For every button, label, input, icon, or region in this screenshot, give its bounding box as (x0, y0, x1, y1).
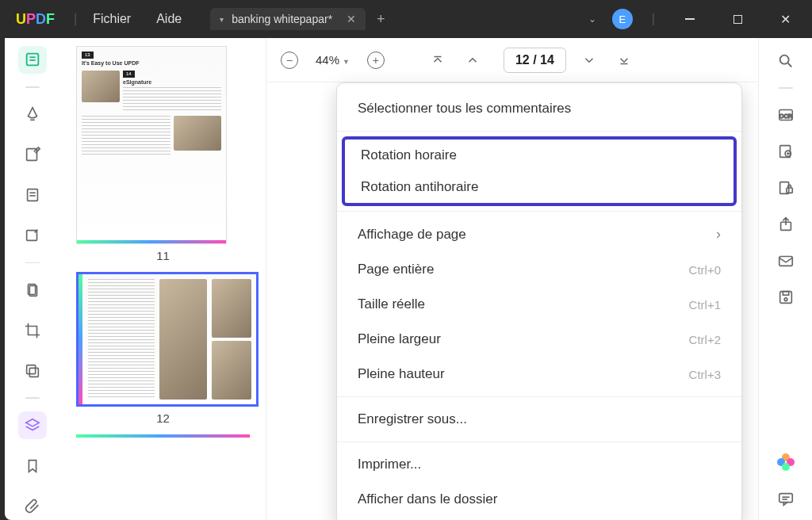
svg-text:OCR: OCR (779, 113, 791, 120)
thumbnail-11[interactable]: 13 It's Easy to Use UPDF 14 eSignature (76, 46, 250, 262)
svg-point-15 (779, 55, 788, 64)
ctx-fit-height[interactable]: Pleine hauteurCtrl+3 (337, 357, 741, 392)
ctx-fit-width[interactable]: Pleine largeurCtrl+2 (337, 322, 741, 357)
prev-page-button[interactable] (461, 48, 485, 72)
menu-file[interactable]: Fichier (80, 12, 144, 26)
page-badge: 14 (123, 71, 135, 78)
ai-assistant-icon[interactable] (776, 452, 796, 472)
organize-tool[interactable] (18, 276, 47, 304)
shortcut-hint: Ctrl+2 (689, 333, 721, 346)
email-icon[interactable] (776, 250, 796, 271)
thumbnail-12[interactable]: 12 (76, 272, 250, 425)
right-toolbar: OCR (758, 38, 812, 520)
minimize-button[interactable] (674, 6, 706, 32)
thumbnails-tool[interactable] (18, 46, 47, 74)
svg-point-27 (784, 298, 787, 301)
svg-rect-22 (786, 188, 791, 193)
context-menu: Sélectionner tous les commentaires Rotat… (336, 82, 742, 520)
save-icon[interactable] (776, 287, 796, 308)
svg-rect-28 (779, 494, 792, 503)
new-tab-button[interactable]: + (377, 11, 385, 28)
ocr-icon[interactable]: OCR (776, 105, 796, 125)
attachment-tool[interactable] (18, 492, 47, 520)
ctx-print[interactable]: Imprimer... (337, 447, 741, 482)
export-image-icon[interactable] (776, 141, 796, 162)
ctx-save-as[interactable]: Enregistrer sous... (337, 402, 741, 437)
ctx-show-in-folder[interactable]: Afficher dans le dossier (337, 482, 741, 517)
maximize-button[interactable] (722, 6, 753, 32)
page-heading: It's Easy to Use UPDF (82, 60, 221, 67)
copy-tool[interactable] (18, 357, 47, 384)
last-page-button[interactable] (612, 48, 636, 72)
search-icon[interactable] (776, 51, 796, 71)
form-tool[interactable] (18, 222, 47, 250)
edit-tool[interactable] (18, 141, 47, 169)
svg-rect-26 (783, 292, 788, 296)
ctx-actual-size[interactable]: Taille réelleCtrl+1 (337, 287, 741, 322)
layers-tool[interactable] (18, 411, 47, 439)
close-button[interactable]: ✕ (769, 6, 801, 32)
thumbnail-panel: 13 It's Easy to Use UPDF 14 eSignature (60, 38, 266, 520)
first-page-button[interactable] (426, 48, 450, 72)
svg-rect-24 (779, 257, 792, 266)
app-logo: UPDF (0, 11, 71, 28)
shortcut-hint: Ctrl+0 (689, 263, 721, 277)
page-badge: 13 (82, 52, 94, 59)
page-tool[interactable] (18, 182, 47, 209)
section-heading: eSignature (123, 79, 221, 86)
tab-dropdown-icon[interactable]: ▾ (220, 15, 224, 24)
ctx-fit-page[interactable]: Page entièreCtrl+0 (337, 252, 741, 287)
separator (779, 87, 793, 89)
svg-rect-12 (29, 368, 38, 377)
highlight-tool[interactable] (18, 101, 47, 128)
view-toolbar: − 44%▼ + 12 / 14 (266, 38, 758, 82)
tab-label: banking whitepapar* (232, 13, 332, 25)
svg-line-16 (787, 63, 791, 67)
thumb-number: 11 (76, 249, 250, 262)
ctx-highlighted-group: Rotation horaire Rotation antihoraire (342, 136, 737, 206)
shortcut-hint: Ctrl+1 (689, 298, 721, 312)
separator (25, 397, 40, 399)
svg-rect-5 (28, 189, 38, 201)
chevron-right-icon: › (716, 226, 721, 243)
shortcut-hint: Ctrl+3 (689, 368, 721, 381)
thumb-number: 12 (76, 411, 250, 425)
titlebar-dropdown-icon[interactable]: ⌄ (588, 13, 596, 25)
titlebar: UPDF | Fichier Aide ▾ banking whitepapar… (0, 0, 812, 38)
zoom-out-button[interactable]: − (278, 48, 301, 72)
separator (25, 262, 40, 264)
ctx-rotate-ccw[interactable]: Rotation antihoraire (345, 171, 733, 203)
separator (25, 86, 40, 88)
left-toolbar (5, 38, 60, 520)
crop-tool[interactable] (18, 316, 47, 344)
comment-icon[interactable] (776, 488, 796, 509)
user-avatar[interactable]: E (612, 9, 633, 29)
zoom-level[interactable]: 44%▼ (312, 53, 353, 67)
ctx-rotate-cw[interactable]: Rotation horaire (345, 140, 733, 171)
document-tab[interactable]: ▾ banking whitepapar* ✕ (210, 8, 366, 30)
tab-close-icon[interactable]: ✕ (347, 13, 356, 25)
menu-help[interactable]: Aide (144, 12, 194, 26)
next-page-button[interactable] (577, 48, 601, 72)
bookmark-tool[interactable] (18, 452, 47, 480)
ctx-page-display[interactable]: Affichage de page› (337, 216, 741, 252)
svg-rect-11 (27, 365, 36, 373)
ctx-select-comments[interactable]: Sélectionner tous les commentaires (337, 91, 741, 126)
protect-icon[interactable] (776, 178, 796, 198)
zoom-in-button[interactable]: + (364, 48, 388, 72)
share-icon[interactable] (776, 214, 796, 235)
page-indicator[interactable]: 12 / 14 (504, 48, 566, 73)
